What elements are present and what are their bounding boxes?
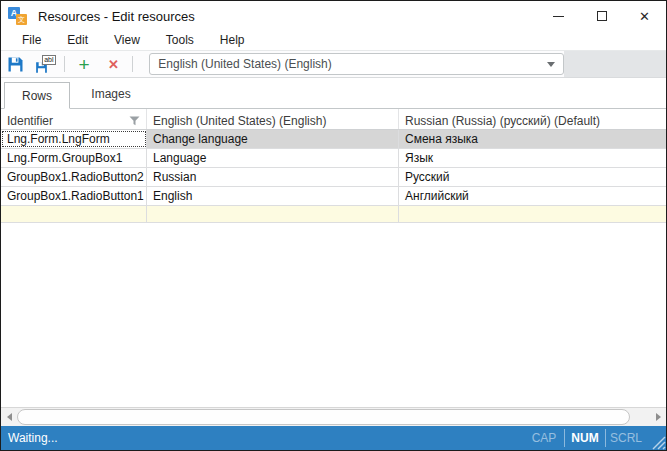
maximize-button[interactable] xyxy=(580,1,623,31)
close-icon: ✕ xyxy=(639,10,650,23)
cell-russian[interactable]: Английский xyxy=(399,187,666,205)
cell-identifier[interactable] xyxy=(1,206,147,222)
statusbar: Waiting... CAP NUM SCRL xyxy=(1,426,666,450)
table-row[interactable]: Lng.Form.LngForm Change language Смена я… xyxy=(1,130,666,149)
menubar: File Edit View Tools Help xyxy=(1,31,666,50)
menu-tools[interactable]: Tools xyxy=(153,31,207,50)
scrollbar-track[interactable] xyxy=(17,408,650,426)
menu-file[interactable]: File xyxy=(9,31,54,50)
save-as-button[interactable]: abl xyxy=(31,55,61,74)
toolbar-separator xyxy=(64,56,65,72)
scroll-left-button[interactable] xyxy=(1,408,17,426)
toolbar-separator xyxy=(132,56,133,72)
delete-x-icon: ✕ xyxy=(108,58,119,71)
plus-icon: + xyxy=(78,55,89,74)
tab-images[interactable]: Images xyxy=(70,81,152,108)
caps-lock-indicator: CAP xyxy=(524,426,564,450)
num-lock-indicator: NUM xyxy=(565,426,605,450)
minimize-icon xyxy=(553,16,564,17)
table-row[interactable]: GroupBox1.RadioButton2 Russian Русский xyxy=(1,168,666,187)
cell-russian[interactable]: Язык xyxy=(399,149,666,167)
window-controls: ✕ xyxy=(537,1,666,31)
menu-help[interactable]: Help xyxy=(207,31,258,50)
table-row[interactable]: Lng.Form.GroupBox1 Language Язык xyxy=(1,149,666,168)
cell-identifier[interactable]: GroupBox1.RadioButton1 xyxy=(1,187,147,205)
toolbar-strip: abl + ✕ English (United States) (English… xyxy=(1,51,564,77)
close-button[interactable]: ✕ xyxy=(623,1,666,31)
filter-icon[interactable] xyxy=(129,116,140,126)
table-row[interactable]: GroupBox1.RadioButton1 English Английски… xyxy=(1,187,666,206)
status-message: Waiting... xyxy=(8,431,58,445)
window-title: Resources - Edit resources xyxy=(38,9,195,24)
language-combobox-value: English (United States) (English) xyxy=(158,57,547,71)
column-header-english[interactable]: English (United States) (English) xyxy=(147,109,399,129)
cell-english[interactable]: Russian xyxy=(147,168,399,186)
grid-header: Identifier English (United States) (Engl… xyxy=(1,109,666,130)
arrow-left-icon xyxy=(7,413,12,421)
floppy-save-icon xyxy=(7,56,24,73)
app-window: A 文 Resources - Edit resources ✕ File Ed… xyxy=(0,0,667,451)
new-row-placeholder[interactable] xyxy=(1,206,666,223)
cell-english[interactable]: Change language xyxy=(147,130,399,148)
column-header-russian[interactable]: Russian (Russia) (русский) (Default) xyxy=(399,109,666,129)
grid-empty-area xyxy=(1,223,666,407)
cell-english[interactable]: Language xyxy=(147,149,399,167)
titlebar: A 文 Resources - Edit resources ✕ xyxy=(1,1,666,31)
cell-identifier[interactable]: Lng.Form.LngForm xyxy=(1,130,147,148)
scrollbar-thumb[interactable] xyxy=(17,409,630,425)
menu-view[interactable]: View xyxy=(101,31,153,50)
cell-english[interactable] xyxy=(147,206,399,222)
cell-russian[interactable]: Смена языка xyxy=(399,130,666,148)
app-icon-letter-secondary: 文 xyxy=(16,14,27,25)
add-row-button[interactable]: + xyxy=(69,55,99,74)
cell-russian[interactable] xyxy=(399,206,666,222)
cell-identifier[interactable]: Lng.Form.GroupBox1 xyxy=(1,149,147,167)
minimize-button[interactable] xyxy=(537,1,580,31)
resource-grid: Identifier English (United States) (Engl… xyxy=(1,109,666,407)
maximize-icon xyxy=(597,11,607,21)
tabstrip: Rows Images xyxy=(1,78,666,109)
cell-identifier[interactable]: GroupBox1.RadioButton2 xyxy=(1,168,147,186)
language-combobox[interactable]: English (United States) (English) xyxy=(149,53,564,75)
scroll-right-button[interactable] xyxy=(650,408,666,426)
horizontal-scrollbar[interactable] xyxy=(1,407,666,426)
floppy-rename-icon: abl xyxy=(35,55,56,74)
keyboard-indicators: CAP NUM SCRL xyxy=(524,426,666,450)
delete-row-button[interactable]: ✕ xyxy=(99,58,129,71)
resize-grip-icon[interactable] xyxy=(646,426,666,450)
save-button[interactable] xyxy=(1,56,31,73)
app-icon: A 文 xyxy=(8,7,30,26)
tab-rows[interactable]: Rows xyxy=(4,82,70,109)
arrow-right-icon xyxy=(656,413,661,421)
scroll-lock-indicator: SCRL xyxy=(606,426,646,450)
column-header-identifier[interactable]: Identifier xyxy=(1,109,147,129)
menu-edit[interactable]: Edit xyxy=(54,31,101,50)
cell-russian[interactable]: Русский xyxy=(399,168,666,186)
toolbar: abl + ✕ English (United States) (English… xyxy=(1,50,666,78)
rename-label-icon: abl xyxy=(42,55,56,65)
chevron-down-icon xyxy=(547,62,555,67)
cell-english[interactable]: English xyxy=(147,187,399,205)
